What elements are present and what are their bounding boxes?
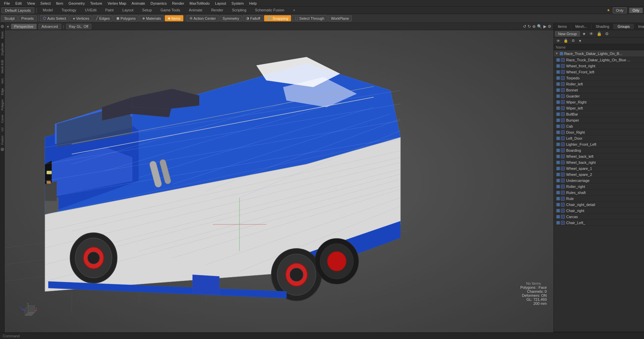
symmetry-button[interactable]: Symmetry (220, 15, 243, 21)
item-check-10[interactable] (556, 119, 560, 122)
right-tab-groups[interactable]: Groups (613, 24, 634, 29)
user-btn[interactable]: Orly (629, 8, 643, 13)
menu-select[interactable]: Select (38, 1, 53, 6)
tab-uvedit[interactable]: UVEdit (81, 7, 100, 13)
left-handle-top[interactable] (1, 25, 4, 28)
scene-list[interactable]: ▼ Race_Truck_Dakar_Lights_On_B... Race_T… (554, 50, 644, 332)
ng-lock-icon[interactable]: 🔒 (596, 31, 603, 36)
menu-render[interactable]: Render (169, 1, 187, 6)
tab-paint[interactable]: Paint (101, 7, 118, 13)
ng-star-icon[interactable]: ★ (581, 31, 587, 36)
sidebar-uv[interactable]: UV (0, 125, 4, 134)
scene-root-group[interactable]: ▼ Race_Truck_Dakar_Lights_On_B... (554, 50, 644, 57)
item-check-24[interactable] (556, 203, 560, 206)
menu-view[interactable]: View (24, 1, 38, 6)
si-eye-icon[interactable]: 👁 (555, 39, 561, 43)
vp-settings-icon[interactable]: ⚙ (548, 24, 551, 29)
scene-item[interactable]: Wheel_spare_1 (554, 165, 644, 172)
scene-item[interactable]: Cab (554, 123, 644, 129)
item-check-27[interactable] (556, 221, 560, 224)
scene-item[interactable]: Chair_right_detail (554, 202, 644, 208)
si-filter-icon[interactable]: ▼ (577, 39, 583, 43)
polygons-button[interactable]: ◼ Polygons (113, 15, 139, 21)
item-check-9[interactable] (556, 113, 560, 116)
select-through-button[interactable]: ⬚ Select Through (292, 15, 327, 21)
item-check-7[interactable] (556, 100, 560, 104)
edges-button[interactable]: ╱ Edges (93, 15, 113, 21)
item-check-20[interactable] (556, 179, 560, 182)
ng-eye-icon[interactable]: 👁 (588, 31, 594, 36)
sidebar-mesh-edit[interactable]: Mesh Edit (0, 58, 4, 75)
item-check-4[interactable] (556, 82, 560, 86)
scene-item[interactable]: Wiper_Right (554, 99, 644, 105)
falloff-button[interactable]: ◑ Falloff (243, 15, 263, 21)
scene-item[interactable]: Left_Door (554, 135, 644, 141)
menu-dynamics[interactable]: Dynamics (148, 1, 169, 6)
viewport-handle[interactable]: ● (7, 24, 9, 29)
tab-schematic-fusion[interactable]: Schematic Fusion (251, 7, 288, 13)
scene-item[interactable]: Rules_shaft (554, 190, 644, 196)
left-handle-bottom[interactable] (1, 148, 4, 151)
presets-button[interactable]: Presets (18, 15, 37, 21)
vertices-button[interactable]: ● Vertices (70, 15, 92, 21)
scene-item[interactable]: Rule (554, 196, 644, 202)
item-check-5[interactable] (556, 88, 560, 92)
item-check-3[interactable] (556, 76, 560, 80)
menu-layout[interactable]: Layout (212, 1, 229, 6)
item-check-15[interactable] (556, 149, 560, 152)
item-check-13[interactable] (556, 137, 560, 140)
scene-item[interactable]: Wheel_back_left (554, 153, 644, 159)
scene-item[interactable]: Bonnet (554, 87, 644, 93)
menu-item[interactable]: Item (53, 1, 66, 6)
item-check-18[interactable] (556, 167, 560, 170)
item-check-21[interactable] (556, 185, 560, 188)
item-check-23[interactable] (556, 197, 560, 200)
scene-item[interactable]: Race_Truck_Dakar_Lights_On_Blue ... (554, 57, 644, 63)
ng-settings-icon[interactable]: ⚙ (604, 31, 610, 36)
tab-setup[interactable]: Setup (138, 7, 156, 13)
item-check-17[interactable] (556, 161, 560, 164)
menu-animate[interactable]: Animate (129, 1, 148, 6)
menu-texture[interactable]: Texture (88, 1, 105, 6)
scene-item[interactable]: Chair_Left_ (554, 220, 644, 226)
item-check-6[interactable] (556, 94, 560, 98)
only-btn[interactable]: Only (613, 7, 627, 13)
item-check-0[interactable] (556, 58, 560, 62)
command-input[interactable] (22, 334, 641, 338)
tab-animate[interactable]: Animate (185, 7, 206, 13)
menu-help[interactable]: Help (247, 1, 260, 6)
item-check-2[interactable] (556, 70, 560, 74)
sidebar-basic[interactable]: Basic (0, 29, 4, 41)
scene-item[interactable]: Chair_right (554, 208, 644, 214)
item-check-22[interactable] (556, 191, 560, 194)
scene-item[interactable]: Door_Right (554, 129, 644, 135)
tab-game-tools[interactable]: Game Tools (157, 7, 184, 13)
right-tab-shading[interactable]: Shading (592, 24, 613, 29)
item-check-16[interactable] (556, 155, 560, 158)
tab-layout[interactable]: Layout (118, 7, 138, 13)
tab-scripting[interactable]: Scripting (228, 7, 251, 13)
action-center-button[interactable]: ⊕ Action Center (186, 15, 219, 21)
scene-item[interactable]: Lighter_Front_Left (554, 141, 644, 147)
si-lock-icon[interactable]: 🔒 (562, 38, 570, 43)
item-check-8[interactable] (556, 107, 560, 110)
item-check-26[interactable] (556, 215, 560, 218)
right-tab-images[interactable]: Images (634, 24, 644, 29)
snapping-button[interactable]: 🔗 Snapping (264, 15, 291, 21)
materials-button[interactable]: ◈ Materials (139, 15, 164, 21)
sidebar-vert[interactable]: Vert. (0, 76, 4, 86)
vp-rotate-icon[interactable]: ↺ (523, 24, 526, 29)
sidebar-curve[interactable]: Curve (0, 113, 4, 125)
menu-file[interactable]: File (1, 1, 13, 6)
work-plane-button[interactable]: WorkPlane (328, 15, 352, 21)
sidebar-polygon[interactable]: Polygon (0, 97, 4, 113)
sculpt-button[interactable]: Sculpt (1, 15, 18, 21)
new-group-button[interactable]: New Group (555, 31, 580, 37)
scene-item[interactable]: Torpedo (554, 75, 644, 81)
menu-geometry[interactable]: Geometry (66, 1, 87, 6)
scene-item[interactable]: Wheel_front_right (554, 63, 644, 69)
perspective-btn[interactable]: Perspective (11, 24, 36, 29)
canvas-area[interactable]: No Items Polygons : Face Channels: 0 Def… (5, 30, 553, 332)
right-tab-mesh[interactable]: Mesh... (571, 24, 592, 29)
scene-item[interactable]: Roller_right (554, 184, 644, 190)
